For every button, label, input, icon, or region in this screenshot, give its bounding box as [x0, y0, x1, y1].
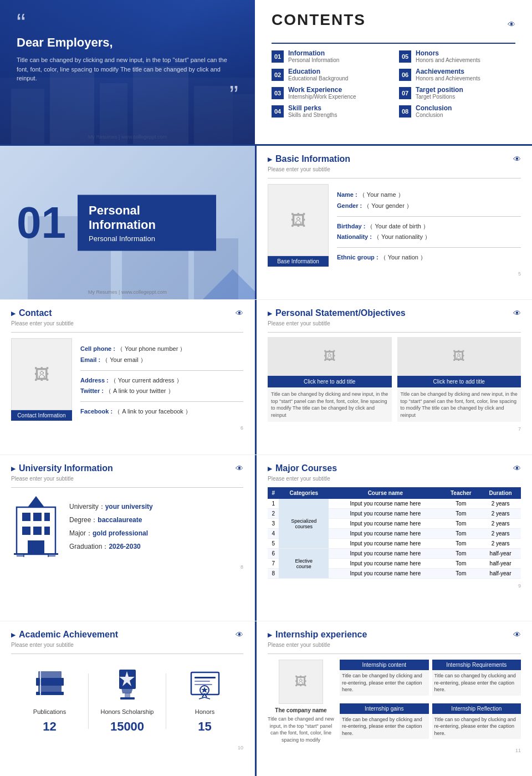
eye-icon-courses: 👁 — [513, 464, 521, 473]
scholarship-icon — [108, 665, 147, 704]
basic-info-area: 🖼 Base Information Name : （ Your name ） … — [268, 184, 521, 267]
row4: University Information 👁 Please enter yo… — [0, 455, 532, 621]
courses-section: Major Courses 👁 Please enter your subtit… — [255, 455, 532, 621]
svg-line-46 — [204, 697, 210, 699]
contact-image-icon: 🖼 — [34, 365, 49, 384]
info-nationality: Nationality : （ Your nationality ） — [337, 232, 521, 243]
ach-scholarship-label: Honors Scholarship — [101, 708, 154, 715]
contact-address: Address : （ Your current address ） — [80, 375, 243, 386]
contents-num-4: 04 — [272, 105, 284, 118]
svg-rect-11 — [22, 513, 30, 521]
contents-title-3: Work Experience — [288, 86, 356, 94]
svg-rect-12 — [33, 513, 42, 521]
univ-name-row: University：your university — [69, 500, 243, 513]
contact-section: Contact 👁 Please enter your subtitle 🖼 C… — [0, 300, 255, 455]
row3: Contact 👁 Please enter your subtitle 🖼 C… — [0, 299, 532, 455]
ach-scholarship: Honors Scholarship 15000 — [89, 665, 166, 734]
univ-title: University Information — [11, 463, 113, 473]
company-desc: Title can be changed and new input, in t… — [268, 716, 334, 743]
intern-gains-title: Internship gains — [340, 703, 429, 714]
personal-statement-section: Personal Statement/Objectives 👁 Please e… — [255, 300, 532, 455]
contents-item-8: 08 ConclusionConclusion — [399, 104, 515, 118]
svg-rect-15 — [33, 527, 42, 535]
ps-image-icon-2: 🖼 — [453, 349, 465, 364]
svg-rect-17 — [28, 540, 44, 554]
page-num-10: 10 — [11, 745, 243, 751]
intern-req-text: Title can so changed by clucking and re-… — [432, 670, 521, 696]
svg-rect-40 — [195, 681, 210, 682]
contact-facebook: Facebook : （ A link to your facebook ） — [80, 406, 243, 417]
univ-info: University：your university Degree：baccal… — [69, 500, 243, 553]
contact-fields: Cell phone : （ Your phone number ） Email… — [80, 338, 243, 421]
contents-num-7: 07 — [399, 87, 411, 99]
contents-sub-7: Target Positions — [416, 94, 463, 100]
col-categories: Categories — [279, 487, 329, 499]
ps-text-2: Title can be changed by dicking and new … — [397, 387, 521, 422]
slide-title: Personal Information — [89, 203, 205, 232]
ach-publications: Publications 12 — [11, 665, 88, 734]
courses-subtitle: Please enter your subtitle — [268, 476, 521, 482]
univ-icon — [11, 493, 61, 560]
svg-rect-28 — [38, 671, 62, 679]
basic-info-title: Basic Information — [268, 154, 350, 164]
contact-email: Email : （ Your email ） — [80, 355, 243, 366]
intern-content-title: Internship content — [340, 660, 429, 670]
contents-num-2: 02 — [272, 69, 284, 81]
contents-sub-1: Personal Information — [288, 57, 339, 63]
contents-item-6: 06 AachievementsHonors and Achievements — [399, 68, 515, 81]
ps-btn-2[interactable]: Click here to add title — [397, 376, 521, 387]
col-duration: Duration — [480, 487, 521, 499]
intern-reflect-text: Title can so changed by clucking and re-… — [432, 714, 521, 739]
intern-subtitle: Please enter your subtitle — [268, 642, 521, 648]
contents-num-6: 06 — [399, 69, 411, 81]
contact-subtitle: Please enter your subtitle — [11, 320, 243, 326]
intern-box-reflection: Internship Reflection Title can so chang… — [432, 703, 521, 744]
svg-rect-26 — [38, 685, 62, 693]
ps-subtitle: Please enter your subtitle — [268, 320, 521, 326]
intern-boxes: Internship content Title can be changed … — [340, 660, 521, 743]
intern-box-gains: Internship gains Title can be changed by… — [340, 703, 429, 744]
contents-sub-3: Internship/Work Experience — [288, 94, 356, 100]
ps-card-2: 🖼 Click here to add title Title can be c… — [397, 337, 521, 422]
contents-sub-6: Honors and Achievements — [416, 75, 480, 81]
internship-section: Internship experience 👁 Please enter you… — [255, 621, 532, 776]
intern-box-content: Internship content Title can be changed … — [340, 660, 429, 700]
intern-box-requirements: Internship Requirements Title can so cha… — [432, 660, 521, 700]
contents-title-2: Education — [288, 68, 348, 75]
col-course: Course name — [329, 487, 442, 499]
achievements-icons: Publications 12 — [11, 665, 243, 734]
info-gender: Gender : （ Your gender ） — [337, 201, 521, 212]
univ-degree-val: baccalaureate — [98, 516, 142, 524]
table-row: 6 Electivecourse Input you rcourse name … — [268, 549, 521, 559]
contents-item-4: 04 Skill perksSkills and Strengths — [272, 104, 388, 118]
courses-table: # Categories Course name Teacher Duratio… — [268, 487, 521, 579]
svg-rect-39 — [195, 677, 216, 678]
eye-icon-intern: 👁 — [513, 630, 521, 639]
publications-icon — [30, 665, 69, 704]
intern-reflect-title: Internship Reflection — [432, 703, 521, 714]
ach-honors: Honors 15 — [166, 665, 243, 734]
eye-icon-contact: 👁 — [236, 309, 243, 318]
profile-photo: 🖼 — [268, 184, 329, 256]
contact-label: Contact Information — [11, 410, 72, 421]
ps-btn-1[interactable]: Click here to add title — [268, 376, 392, 387]
univ-major-row: Major：gold professional — [69, 527, 243, 540]
ach-publications-label: Publications — [33, 708, 66, 715]
intro-body: Title can be changed by clicking and new… — [17, 55, 238, 83]
intern-company-info: 🖼 The company name Title can be changed … — [268, 660, 334, 743]
contents-num-3: 03 — [272, 87, 284, 99]
photo-label: Base Information — [268, 256, 329, 267]
page: “ Dear Employers, Title can be changed b… — [0, 0, 532, 776]
contents-title-5: Honors — [416, 49, 480, 57]
intern-photo: 🖼 — [279, 660, 323, 704]
eye-icon-univ: 👁 — [236, 464, 243, 473]
intern-title: Internship experience — [268, 630, 367, 640]
contents-item-2: 02 EducationEducational Background — [272, 68, 388, 81]
svg-rect-13 — [44, 513, 50, 521]
achievement-section: Academic Achievement 👁 Please enter your… — [0, 621, 255, 776]
svg-marker-20 — [28, 496, 44, 507]
contents-sub-8: Conclusion — [416, 112, 452, 118]
quote-close: ” — [17, 89, 238, 102]
ach-honors-value: 15 — [198, 719, 211, 734]
info-ethnic: Ethnic group : （ Your nation ） — [337, 252, 521, 263]
